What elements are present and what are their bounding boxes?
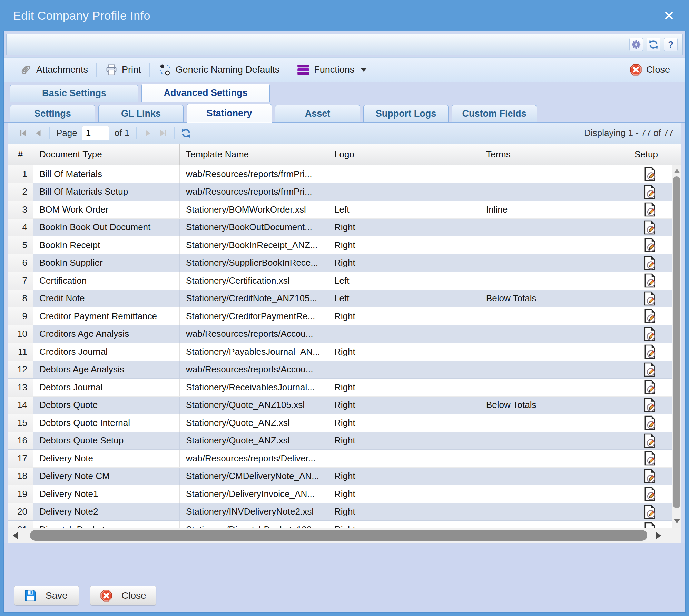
- terms-cell[interactable]: [480, 343, 628, 361]
- refresh-button[interactable]: [647, 38, 660, 51]
- column-header-template-name[interactable]: Template Name: [180, 144, 328, 165]
- terms-cell[interactable]: [480, 503, 628, 521]
- document-type-cell[interactable]: Delivery Note: [33, 450, 180, 467]
- table-row[interactable]: 1 Bill Of Materials wab/Resources/report…: [8, 165, 672, 183]
- logo-cell[interactable]: [328, 325, 480, 343]
- previous-page-button[interactable]: [31, 126, 46, 141]
- tab-asset[interactable]: Asset: [275, 105, 360, 122]
- setup-edit-icon[interactable]: [644, 237, 657, 253]
- terms-cell[interactable]: [480, 236, 628, 254]
- table-row[interactable]: 11 Creditors Journal Stationery/Payables…: [8, 343, 672, 361]
- logo-cell[interactable]: Right: [328, 236, 480, 254]
- template-name-cell[interactable]: Stationery/DispatchDocket_100...: [180, 521, 328, 528]
- document-type-cell[interactable]: Creditors Age Analysis: [33, 325, 180, 343]
- table-row[interactable]: 6 BookIn Supplier Stationery/SupplierBoo…: [8, 254, 672, 272]
- setup-edit-icon[interactable]: [643, 326, 657, 342]
- setup-edit-icon[interactable]: [644, 166, 657, 182]
- logo-cell[interactable]: Right: [328, 307, 480, 325]
- column-header-setup[interactable]: Setup: [628, 144, 681, 165]
- template-name-cell[interactable]: Stationery/BOMWorkOrder.xsl: [180, 201, 328, 218]
- tab-advanced-settings[interactable]: Advanced Settings: [141, 84, 270, 102]
- tab-custom-fields[interactable]: Custom Fields: [452, 105, 537, 122]
- setup-edit-icon[interactable]: [644, 451, 657, 466]
- table-row[interactable]: 10 Creditors Age Analysis wab/Resources/…: [8, 325, 672, 343]
- template-name-cell[interactable]: Stationery/Quote_ANZ.xsl: [180, 432, 328, 450]
- setup-edit-icon[interactable]: [644, 309, 657, 324]
- window-close-icon[interactable]: [662, 9, 676, 22]
- tab-support-logs[interactable]: Support Logs: [363, 105, 449, 122]
- scroll-down-arrow-icon[interactable]: [674, 519, 680, 524]
- column-header-logo[interactable]: Logo: [328, 144, 480, 165]
- generic-naming-defaults-button[interactable]: Generic Naming Defaults: [152, 63, 286, 76]
- terms-cell[interactable]: [480, 272, 628, 290]
- table-row[interactable]: 4 BookIn Book Out Document Stationery/Bo…: [8, 219, 672, 237]
- vertical-scrollbar-thumb[interactable]: [673, 176, 680, 508]
- document-type-cell[interactable]: Creditor Payment Remittance: [33, 307, 180, 325]
- template-name-cell[interactable]: Stationery/Quote_ANZ.xsl: [180, 414, 328, 432]
- document-type-cell[interactable]: Dispatch Docket: [33, 521, 180, 528]
- table-row[interactable]: 14 Debtors Quote Stationery/Quote_ANZ105…: [8, 397, 672, 414]
- setup-edit-icon[interactable]: [644, 380, 657, 395]
- template-name-cell[interactable]: wab/Resources/reports/Accou...: [180, 361, 328, 379]
- logo-cell[interactable]: Left: [328, 272, 480, 290]
- template-name-cell[interactable]: Stationery/BookOutDocument...: [180, 219, 328, 236]
- template-name-cell[interactable]: wab/Resources/reports/Deliver...: [180, 450, 328, 467]
- document-type-cell[interactable]: BookIn Book Out Document: [33, 219, 180, 236]
- scroll-up-arrow-icon[interactable]: [674, 169, 680, 173]
- terms-cell[interactable]: Below Totals: [480, 397, 628, 414]
- terms-cell[interactable]: [480, 307, 628, 325]
- toolbar-close-button[interactable]: Close: [623, 63, 676, 76]
- document-type-cell[interactable]: Debtors Quote Internal: [33, 414, 180, 432]
- table-row[interactable]: 16 Debtors Quote Setup Stationery/Quote_…: [8, 432, 672, 450]
- logo-cell[interactable]: Right: [328, 379, 480, 396]
- setup-edit-icon[interactable]: [643, 220, 657, 235]
- setup-edit-icon[interactable]: [643, 184, 657, 199]
- table-row[interactable]: 15 Debtors Quote Internal Stationery/Quo…: [8, 414, 672, 432]
- table-row[interactable]: 13 Debtors Journal Stationery/Receivable…: [8, 379, 672, 397]
- page-number-input[interactable]: [82, 126, 109, 140]
- setup-edit-icon[interactable]: [644, 344, 657, 359]
- horizontal-scrollbar[interactable]: [8, 528, 681, 543]
- document-type-cell[interactable]: Bill Of Materials: [33, 165, 180, 183]
- setup-edit-icon[interactable]: [644, 486, 657, 501]
- logo-cell[interactable]: Right: [328, 414, 480, 432]
- template-name-cell[interactable]: Stationery/CMDeliveryNote_AN...: [180, 468, 328, 485]
- table-row[interactable]: 18 Delivery Note CM Stationery/CMDeliver…: [8, 468, 672, 486]
- terms-cell[interactable]: [480, 379, 628, 396]
- setup-edit-icon[interactable]: [643, 398, 657, 413]
- table-row[interactable]: 17 Delivery Note wab/Resources/reports/D…: [8, 450, 672, 468]
- setup-edit-icon[interactable]: [644, 415, 657, 430]
- template-name-cell[interactable]: wab/Resources/reports/Accou...: [180, 325, 328, 343]
- document-type-cell[interactable]: Delivery Note CM: [33, 468, 180, 485]
- table-row[interactable]: 9 Creditor Payment Remittance Stationery…: [8, 307, 672, 325]
- terms-cell[interactable]: [480, 468, 628, 485]
- logo-cell[interactable]: Right: [328, 521, 480, 528]
- document-type-cell[interactable]: BookIn Receipt: [33, 236, 180, 254]
- terms-cell[interactable]: [480, 325, 628, 343]
- save-button[interactable]: Save: [14, 586, 79, 605]
- setup-edit-icon[interactable]: [644, 273, 657, 288]
- document-type-cell[interactable]: Credit Note: [33, 290, 180, 307]
- terms-cell[interactable]: [480, 485, 628, 503]
- print-button[interactable]: Print: [99, 63, 147, 76]
- document-type-cell[interactable]: Creditors Journal: [33, 343, 180, 361]
- document-type-cell[interactable]: Debtors Quote: [33, 397, 180, 414]
- terms-cell[interactable]: Below Totals: [480, 290, 628, 307]
- horizontal-scrollbar-thumb[interactable]: [30, 530, 647, 541]
- column-header-terms[interactable]: Terms: [480, 144, 628, 165]
- terms-cell[interactable]: Inline: [480, 201, 628, 218]
- logo-cell[interactable]: [328, 450, 480, 467]
- template-name-cell[interactable]: Stationery/PayablesJournal_AN...: [180, 343, 328, 361]
- functions-menu-button[interactable]: Functions: [291, 64, 373, 76]
- logo-cell[interactable]: Right: [328, 432, 480, 450]
- setup-edit-icon[interactable]: [643, 255, 657, 271]
- vertical-scrollbar[interactable]: [672, 165, 681, 528]
- terms-cell[interactable]: [480, 361, 628, 379]
- table-row[interactable]: 8 Credit Note Stationery/CreditNote_ANZ1…: [8, 290, 672, 308]
- tab-settings[interactable]: Settings: [10, 105, 95, 122]
- table-row[interactable]: 19 Delivery Note1 Stationery/DeliveryInv…: [8, 485, 672, 503]
- template-name-cell[interactable]: Stationery/Quote_ANZ105.xsl: [180, 397, 328, 414]
- setup-edit-icon[interactable]: [643, 504, 657, 519]
- terms-cell[interactable]: [480, 254, 628, 272]
- logo-cell[interactable]: [328, 165, 480, 183]
